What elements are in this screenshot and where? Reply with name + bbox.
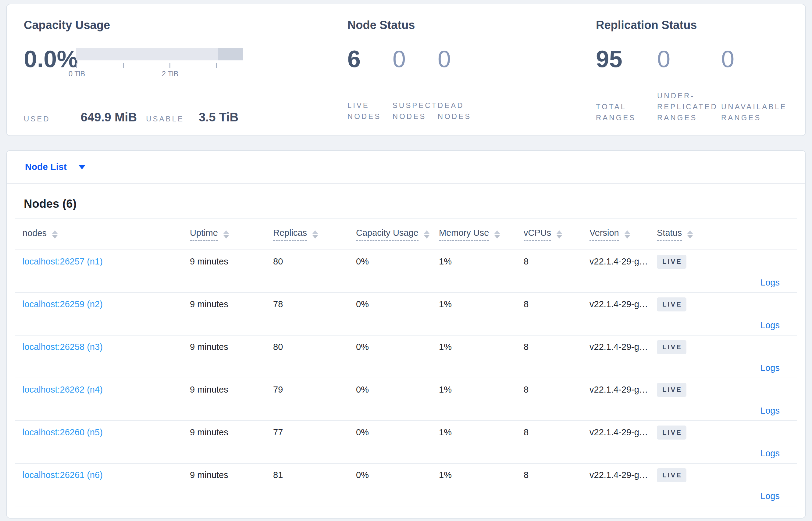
node-link[interactable]: localhost:26259 (n2) — [23, 299, 103, 309]
sort-icon — [687, 230, 693, 239]
usable-label: USABLE — [146, 115, 184, 123]
nodes-table-section: Nodes (6) nodes Uptime Replicas Capacity… — [7, 197, 805, 506]
capacity-cell: 0% — [349, 470, 432, 480]
version-cell: v22.1.4-29-g… — [582, 299, 649, 309]
vcpus-cell: 8 — [516, 385, 582, 395]
node-link[interactable]: localhost:26262 (n4) — [23, 385, 103, 394]
nodes-table: nodes Uptime Replicas Capacity Usage Mem… — [15, 219, 797, 506]
capacity-usage-section: Capacity Usage 0.0% 0 TiB 2 TiB — [18, 18, 348, 135]
node-list-dropdown[interactable]: Node List — [25, 162, 86, 172]
view-selector-bar: Node List — [7, 151, 805, 184]
memory-cell: 1% — [432, 299, 516, 309]
table-row: localhost:26261 (n6) 9 minutes 81 0% 1% … — [15, 463, 797, 506]
section-title-replication: Replication Status — [596, 18, 794, 32]
capacity-cell: 0% — [349, 385, 432, 395]
node-link[interactable]: localhost:26258 (n3) — [23, 342, 103, 352]
vcpus-cell: 8 — [516, 256, 582, 267]
replicas-cell: 77 — [266, 427, 349, 437]
column-header-vcpus[interactable]: vCPUs — [516, 228, 582, 241]
node-link[interactable]: localhost:26260 (n5) — [23, 427, 103, 437]
used-value: 649.9 MiB — [81, 110, 137, 124]
logs-link[interactable]: Logs — [761, 320, 780, 330]
vcpus-cell: 8 — [516, 299, 582, 309]
sort-icon — [494, 230, 500, 239]
live-nodes-label: LIVE NODES — [348, 100, 392, 122]
under-replicated-count: 0 — [657, 47, 721, 71]
sort-icon — [223, 230, 229, 239]
memory-cell: 1% — [432, 427, 516, 437]
column-header-nodes[interactable]: nodes — [15, 228, 183, 241]
axis-tick — [76, 63, 77, 68]
table-row: localhost:26257 (n1) 9 minutes 80 0% 1% … — [15, 250, 797, 293]
replicas-cell: 81 — [266, 470, 349, 480]
sort-icon — [624, 230, 630, 239]
node-link[interactable]: localhost:26261 (n6) — [23, 470, 103, 480]
status-badge: LIVE — [657, 297, 687, 312]
status-badge: LIVE — [657, 340, 687, 354]
axis-tick — [123, 63, 124, 68]
uptime-cell: 9 minutes — [183, 470, 266, 480]
cluster-overview-panel: Capacity Usage 0.0% 0 TiB 2 TiB — [6, 4, 806, 136]
column-header-replicas[interactable]: Replicas — [266, 228, 349, 241]
suspect-nodes-label: SUSPECT NODES — [392, 100, 438, 122]
table-row: localhost:26258 (n3) 9 minutes 80 0% 1% … — [15, 336, 797, 378]
node-link[interactable]: localhost:26257 (n1) — [23, 256, 103, 266]
capacity-bar-track — [76, 48, 243, 61]
memory-cell: 1% — [432, 470, 516, 480]
logs-link[interactable]: Logs — [761, 491, 780, 501]
memory-cell: 1% — [432, 256, 516, 267]
table-header-row: nodes Uptime Replicas Capacity Usage Mem… — [15, 219, 797, 250]
logs-link[interactable]: Logs — [761, 406, 780, 415]
dead-nodes-count: 0 — [438, 47, 483, 71]
caret-down-icon — [78, 165, 86, 169]
used-label: USED — [24, 115, 50, 123]
vcpus-cell: 8 — [516, 427, 582, 437]
unavailable-count: 0 — [721, 47, 794, 71]
column-header-version[interactable]: Version — [582, 228, 649, 241]
capacity-axis-ticks — [76, 63, 243, 68]
total-ranges-count: 95 — [596, 47, 657, 71]
node-status-section: Node Status 6 0 0 LIVE NODES SUSPECT NOD… — [348, 18, 596, 135]
column-header-memory[interactable]: Memory Use — [432, 228, 516, 241]
memory-cell: 1% — [432, 342, 516, 352]
sort-icon — [556, 230, 562, 239]
capacity-cell: 0% — [349, 427, 432, 437]
version-cell: v22.1.4-29-g… — [582, 342, 649, 352]
sort-icon — [312, 230, 318, 239]
vcpus-cell: 8 — [516, 342, 582, 352]
uptime-cell: 9 minutes — [183, 256, 266, 267]
table-row: localhost:26259 (n2) 9 minutes 78 0% 1% … — [15, 293, 797, 336]
status-badge: LIVE — [657, 383, 687, 397]
axis-tick — [169, 63, 170, 68]
usable-value: 3.5 TiB — [199, 110, 238, 124]
node-list-dropdown-label: Node List — [25, 162, 67, 172]
version-cell: v22.1.4-29-g… — [582, 470, 649, 480]
version-cell: v22.1.4-29-g… — [582, 256, 649, 267]
version-cell: v22.1.4-29-g… — [582, 427, 649, 437]
axis-tick — [216, 63, 217, 68]
logs-link[interactable]: Logs — [761, 448, 780, 458]
table-row: localhost:26262 (n4) 9 minutes 79 0% 1% … — [15, 378, 797, 421]
unavailable-label: UNAVAILABLE RANGES — [721, 101, 794, 123]
dead-nodes-label: DEAD NODES — [438, 100, 483, 122]
column-header-capacity[interactable]: Capacity Usage — [349, 228, 432, 241]
capacity-cell: 0% — [349, 299, 432, 309]
axis-tick-label: 2 TiB — [162, 70, 178, 78]
uptime-cell: 9 minutes — [183, 342, 266, 352]
replicas-cell: 80 — [266, 256, 349, 267]
capacity-bar-chart: 0 TiB 2 TiB — [76, 48, 243, 79]
status-badge: LIVE — [657, 255, 687, 269]
total-ranges-label: TOTAL RANGES — [596, 101, 657, 123]
memory-cell: 1% — [432, 385, 516, 395]
column-header-uptime[interactable]: Uptime — [183, 228, 266, 241]
logs-link[interactable]: Logs — [761, 277, 780, 287]
column-header-status[interactable]: Status — [649, 228, 797, 241]
vcpus-cell: 8 — [516, 470, 582, 480]
uptime-cell: 9 minutes — [183, 427, 266, 437]
section-title-capacity: Capacity Usage — [24, 18, 348, 32]
live-nodes-count: 6 — [348, 47, 392, 71]
logs-link[interactable]: Logs — [761, 363, 780, 373]
uptime-cell: 9 minutes — [183, 299, 266, 309]
node-list-panel: Node List Nodes (6) nodes Uptime Replica… — [6, 150, 806, 519]
page-title-nodes: Nodes (6) — [24, 197, 788, 210]
